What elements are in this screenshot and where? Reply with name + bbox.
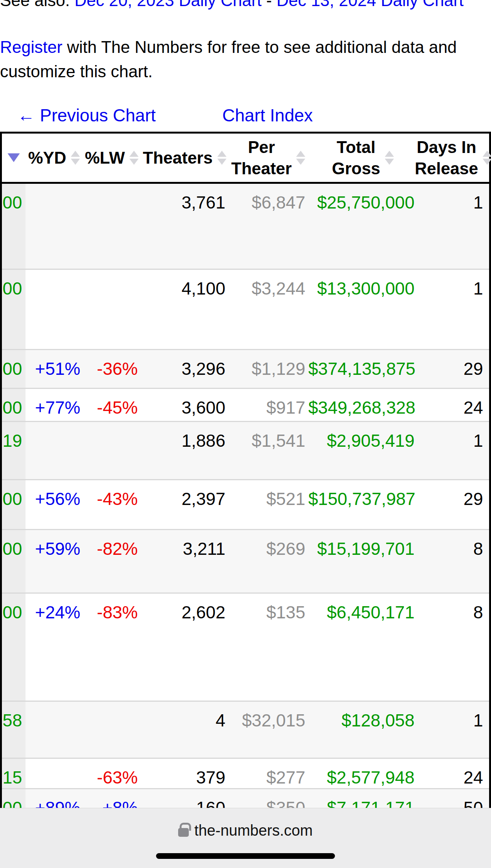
cell-gross-clipped: 58 (2, 702, 26, 758)
cell-per-theater: $6,847 (228, 184, 308, 269)
table-row: 00 +59% -82% 3,211 $269 $15,199,701 8 (2, 529, 489, 592)
sort-arrows-icon (217, 151, 226, 165)
cell-per-theater: $521 (228, 480, 308, 529)
cell-days-in-release: 29 (418, 350, 489, 388)
see-also-prefix: See also: (0, 0, 70, 10)
cell-per-theater: $269 (228, 530, 308, 592)
cell-pct-lw: -82% (83, 530, 141, 592)
cell-gross-clipped: 00 (2, 480, 26, 529)
cell-pct-lw: -83% (83, 594, 141, 701)
chart-index-link[interactable]: Chart Index (222, 106, 313, 125)
header-theaters[interactable]: Theaters (141, 134, 228, 182)
cell-pct-yd (26, 702, 83, 758)
cell-theaters: 2,397 (141, 480, 228, 529)
table-row: 00 +24% -83% 2,602 $135 $6,450,171 8 (2, 592, 489, 701)
header-pct-yd[interactable]: %YD (26, 134, 83, 182)
cell-gross-clipped: 00 (2, 594, 26, 701)
cell-theaters: 379 (141, 759, 228, 788)
sort-arrows-icon (296, 151, 305, 165)
cell-days-in-release: 1 (418, 702, 489, 758)
cell-gross-clipped: 00 (2, 350, 26, 388)
header-pct-lw[interactable]: %LW (83, 134, 141, 182)
link-dec-20-2023-daily-chart[interactable]: Dec 20, 2023 Daily Chart (75, 0, 262, 10)
header-days-in-release[interactable]: Days InRelease (418, 134, 489, 182)
cell-total-gross: $15,199,701 (308, 530, 418, 592)
cell-pct-lw: -45% (83, 389, 141, 421)
cell-pct-lw (83, 422, 141, 479)
header-label: %LW (85, 147, 125, 169)
sort-arrows-icon (483, 151, 491, 165)
sort-arrows-icon (385, 151, 394, 165)
cell-gross-clipped: 00 (2, 530, 26, 592)
sorted-descending-icon (8, 153, 20, 162)
header-gross-sorted[interactable] (2, 134, 26, 182)
sort-arrows-icon (71, 151, 80, 165)
table-row: 15 -63% 379 $277 $2,577,948 24 (2, 758, 489, 788)
register-note-line1: with The Numbers for free to see additio… (62, 38, 457, 56)
header-total-gross[interactable]: TotalGross (308, 134, 418, 182)
cell-pct-yd: +59% (26, 530, 83, 592)
cell-days-in-release: 24 (418, 759, 489, 788)
register-note-line2: customize this chart. (0, 62, 153, 81)
daily-box-office-table: %YD %LW Theaters PerTheater TotalGross D… (0, 132, 491, 868)
chart-nav: ← Previous Chart Chart Index (0, 106, 491, 125)
table-row: 58 4 $32,015 $128,058 1 (2, 701, 489, 758)
cell-pct-lw (83, 702, 141, 758)
cell-theaters: 2,602 (141, 594, 228, 701)
cell-pct-lw: -63% (83, 759, 141, 788)
cell-theaters: 3,600 (141, 389, 228, 421)
cell-per-theater: $1,541 (228, 422, 308, 479)
previous-chart-link[interactable]: ← Previous Chart (18, 106, 156, 125)
cell-pct-yd: +56% (26, 480, 83, 529)
cell-per-theater: $277 (228, 759, 308, 788)
header-per-theater[interactable]: PerTheater (228, 134, 308, 182)
table-row: 00 +77% -45% 3,600 $917 $349,268,328 24 (2, 388, 489, 421)
cell-theaters: 4 (141, 702, 228, 758)
cell-per-theater: $135 (228, 594, 308, 701)
cell-total-gross: $2,577,948 (308, 759, 418, 788)
see-also-line: See also: Dec 20, 2023 Daily Chart - Dec… (0, 0, 491, 11)
home-indicator[interactable] (156, 853, 335, 859)
browser-url-bar[interactable]: the-numbers.com (0, 808, 491, 868)
cell-pct-yd: +24% (26, 594, 83, 701)
cell-theaters: 4,100 (141, 270, 228, 349)
table-row: 00 +51% -36% 3,296 $1,129 $374,135,875 2… (2, 349, 489, 388)
table-header-row: %YD %LW Theaters PerTheater TotalGross D… (2, 134, 489, 184)
see-also-separator: - (266, 0, 272, 10)
header-label: Days InRelease (415, 137, 478, 179)
cell-theaters: 3,761 (141, 184, 228, 269)
sort-arrows-icon (129, 151, 139, 165)
cell-days-in-release: 8 (418, 594, 489, 701)
cell-days-in-release: 1 (418, 270, 489, 349)
cell-gross-clipped: 19 (2, 422, 26, 479)
cell-total-gross: $150,737,987 (308, 480, 418, 529)
cell-gross-clipped: 15 (2, 759, 26, 788)
page-content: See also: Dec 20, 2023 Daily Chart - Dec… (0, 0, 491, 868)
cell-pct-yd: +51% (26, 350, 83, 388)
table-row: 00 3,761 $6,847 $25,750,000 1 (2, 184, 489, 269)
link-dec-13-2024-daily-chart[interactable]: Dec 13, 2024 Daily Chart (276, 0, 464, 10)
cell-per-theater: $917 (228, 389, 308, 421)
cell-total-gross: $25,750,000 (308, 184, 418, 269)
cell-days-in-release: 8 (418, 530, 489, 592)
cell-pct-lw (83, 184, 141, 269)
header-label: Theaters (143, 147, 212, 169)
cell-pct-yd: +77% (26, 389, 83, 421)
cell-pct-yd (26, 422, 83, 479)
cell-per-theater: $3,244 (228, 270, 308, 349)
cell-total-gross: $128,058 (308, 702, 418, 758)
register-link[interactable]: Register (0, 38, 62, 56)
cell-total-gross: $13,300,000 (308, 270, 418, 349)
cell-total-gross: $374,135,875 (308, 350, 418, 388)
header-label: %YD (28, 147, 66, 169)
header-label: PerTheater (231, 137, 292, 179)
register-note: Register with The Numbers for free to se… (0, 35, 491, 84)
cell-days-in-release: 29 (418, 480, 489, 529)
table-row: 19 1,886 $1,541 $2,905,419 1 (2, 421, 489, 479)
header-label: TotalGross (332, 137, 380, 179)
cell-theaters: 3,211 (141, 530, 228, 592)
cell-theaters: 3,296 (141, 350, 228, 388)
cell-pct-yd (26, 184, 83, 269)
cell-pct-yd (26, 759, 83, 788)
cell-days-in-release: 24 (418, 389, 489, 421)
